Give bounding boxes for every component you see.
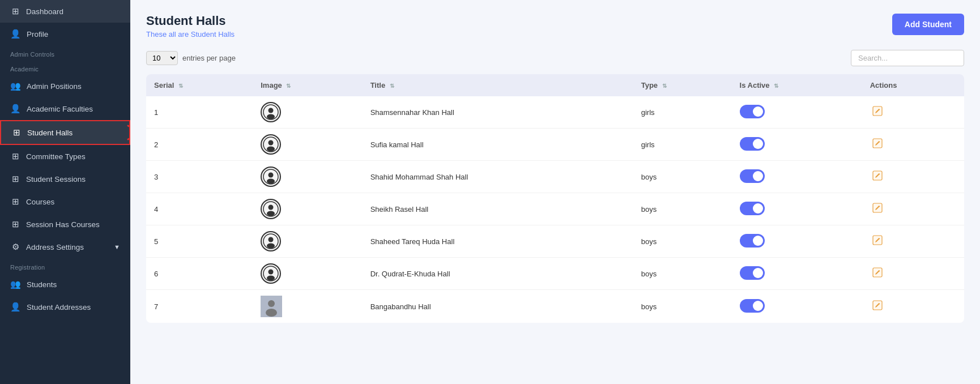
cell-type: boys — [633, 225, 732, 258]
sidebar-item-label: Dashboard — [26, 7, 63, 16]
cell-is-active — [732, 258, 862, 290]
sidebar-item-student-addresses[interactable]: 👤 Student Addresses — [0, 296, 130, 318]
edit-button[interactable] — [870, 266, 885, 281]
admin-positions-icon: 👥 — [10, 81, 21, 91]
academic-section-label: Academic — [0, 60, 130, 75]
svg-point-21 — [269, 270, 274, 275]
svg-point-5 — [269, 140, 274, 146]
student-halls-table: Serial ⇅ Image ⇅ Title ⇅ Type ⇅ Is Activ… — [146, 74, 964, 323]
sidebar-item-session-has-courses[interactable]: ⊞ Session Has Courses — [0, 213, 130, 236]
address-settings-icon: ⚙ — [10, 242, 20, 252]
is-active-toggle[interactable] — [740, 266, 765, 280]
cell-actions — [862, 290, 964, 323]
sidebar-item-academic-faculties[interactable]: 👤 Academic Faculties — [0, 97, 130, 120]
svg-point-18 — [267, 244, 275, 249]
edit-button[interactable] — [870, 202, 885, 216]
search-input[interactable] — [851, 50, 964, 66]
entries-per-page-select[interactable]: 10 25 50 100 — [146, 51, 178, 65]
entries-control: 10 25 50 100 entries per page — [146, 51, 236, 65]
sidebar-item-profile[interactable]: 👤 Profile — [0, 23, 130, 45]
is-active-toggle[interactable] — [740, 137, 765, 151]
session-has-courses-icon: ⊞ — [10, 219, 20, 229]
cell-title: Sheikh Rasel Hall — [363, 193, 633, 225]
cell-is-active — [732, 96, 862, 129]
cell-actions — [862, 161, 964, 193]
page-header: Student Halls These all are Student Hall… — [146, 14, 964, 39]
sidebar-item-label: Student Halls — [27, 129, 73, 137]
main-content: Student Halls These all are Student Hall… — [130, 0, 980, 384]
avatar — [261, 231, 281, 251]
edit-button[interactable] — [870, 299, 885, 314]
edit-button[interactable] — [870, 169, 885, 184]
cell-actions — [862, 225, 964, 258]
svg-point-17 — [269, 237, 274, 242]
is-active-toggle[interactable] — [740, 169, 765, 183]
profile-icon: 👤 — [10, 29, 21, 39]
sidebar-item-courses[interactable]: ⊞ Courses — [0, 190, 130, 213]
avatar — [261, 102, 281, 122]
edit-button[interactable] — [870, 105, 885, 120]
table-controls: 10 25 50 100 entries per page — [146, 50, 964, 66]
sidebar-item-students[interactable]: 👥 Students — [0, 273, 130, 296]
col-image: Image ⇅ — [253, 74, 362, 96]
students-icon: 👥 — [10, 279, 21, 289]
content-area: Student Halls These all are Student Hall… — [130, 0, 980, 384]
svg-point-14 — [267, 211, 275, 216]
svg-point-10 — [267, 179, 275, 184]
student-addresses-icon: 👤 — [10, 302, 21, 312]
is-active-toggle[interactable] — [740, 234, 765, 248]
sidebar-item-admin-positions[interactable]: 👥 Admin Positions — [0, 75, 130, 97]
cell-type: boys — [633, 258, 732, 290]
cell-is-active — [732, 129, 862, 161]
cell-title: Bangabandhu Hall — [363, 290, 633, 323]
table-row: 6 Dr. Qudrat-E-Khuda Hallboys — [146, 258, 964, 290]
table-row: 2 Sufia kamal Hallgirls — [146, 129, 964, 161]
is-active-toggle[interactable] — [740, 202, 765, 215]
cell-type: girls — [633, 96, 732, 129]
avatar — [261, 167, 281, 187]
cell-image — [253, 96, 362, 129]
page-title: Student Halls — [146, 14, 235, 28]
cell-title: Shaheed Tareq Huda Hall — [363, 225, 633, 258]
sidebar-item-dashboard[interactable]: ⊞ Dashboard — [0, 0, 130, 23]
svg-point-6 — [267, 147, 275, 152]
cell-image — [253, 193, 362, 225]
avatar — [261, 134, 281, 155]
cell-serial: 5 — [146, 225, 253, 258]
col-actions: Actions — [862, 74, 964, 96]
sidebar: ⊞ Dashboard 👤 Profile Admin Controls Aca… — [0, 0, 130, 384]
sidebar-item-student-halls[interactable]: ⊞ Student Halls — [0, 120, 130, 145]
sidebar-item-label: Session Has Courses — [26, 220, 100, 229]
table-row: 3 Shahid Mohammad Shah Hallboys — [146, 161, 964, 193]
table-row: 1 Shamsennahar Khan Hallgirls — [146, 96, 964, 129]
sidebar-item-label: Profile — [27, 30, 48, 39]
add-student-button[interactable]: Add Student — [892, 14, 964, 35]
sidebar-item-label: Student Addresses — [27, 303, 91, 312]
edit-button[interactable] — [870, 234, 885, 249]
cell-type: girls — [633, 129, 732, 161]
cell-image — [253, 161, 362, 193]
cell-serial: 7 — [146, 290, 253, 323]
page-subtitle: These all are Student Halls — [146, 30, 235, 39]
cell-serial: 4 — [146, 193, 253, 225]
edit-button[interactable] — [870, 137, 885, 152]
col-title: Title ⇅ — [363, 74, 633, 96]
cell-image — [253, 129, 362, 161]
is-active-toggle[interactable] — [740, 105, 765, 118]
svg-point-13 — [269, 205, 274, 210]
svg-point-26 — [266, 309, 277, 317]
cell-actions — [862, 193, 964, 225]
thumbnail-image — [261, 296, 282, 317]
avatar — [261, 263, 281, 284]
table-row: 7Bangabandhu Hallboys — [146, 290, 964, 323]
cell-type: boys — [633, 193, 732, 225]
cell-serial: 3 — [146, 161, 253, 193]
cell-is-active — [732, 193, 862, 225]
cell-title: Shamsennahar Khan Hall — [363, 96, 633, 129]
sidebar-item-address-settings[interactable]: ⚙ Address Settings ▼ — [0, 236, 130, 258]
sidebar-item-student-sessions[interactable]: ⊞ Student Sessions — [0, 168, 130, 190]
is-active-toggle[interactable] — [740, 299, 765, 313]
sidebar-item-committee-types[interactable]: ⊞ Committee Types — [0, 145, 130, 168]
courses-icon: ⊞ — [10, 197, 20, 207]
sidebar-item-label: Academic Faculties — [27, 105, 93, 113]
